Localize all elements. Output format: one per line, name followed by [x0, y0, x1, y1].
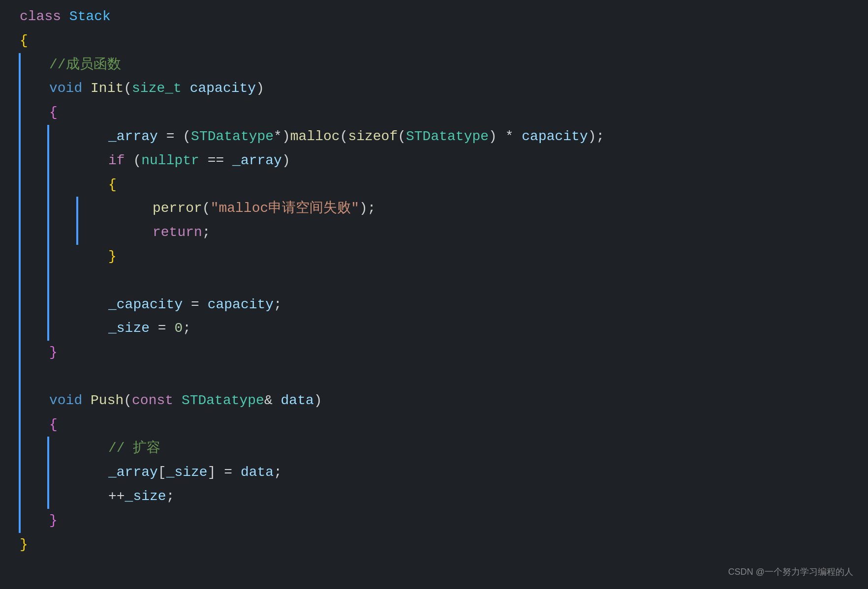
line-content-19: // 扩容 [0, 438, 160, 460]
code-line-22: } [0, 509, 868, 533]
code-line-3: //成员函数 [0, 53, 868, 77]
line-content-10: return; [0, 222, 211, 244]
line-content-5: { [0, 102, 58, 124]
line-content-20: _array[_size] = data; [0, 462, 282, 484]
line-content-8: { [0, 174, 117, 196]
code-line-13: _capacity = capacity; [0, 293, 868, 317]
code-line-4: void Init(size_t capacity) [0, 77, 868, 101]
line-content-14: _size = 0; [0, 318, 191, 340]
code-line-19: // 扩容 [0, 437, 868, 461]
line-content-13: _capacity = capacity; [0, 294, 282, 316]
code-line-17: void Push(const STDatatype& data) [0, 389, 868, 413]
code-line-7: if (nullptr == _array) [0, 149, 868, 173]
line-content-22: } [0, 510, 58, 532]
code-editor: class Stack { //成员函数 void Init(size_t ca… [0, 0, 868, 589]
code-line-16 [0, 365, 868, 389]
code-line-2: { [0, 29, 868, 53]
code-line-15: } [0, 341, 868, 365]
code-line-14: _size = 0; [0, 317, 868, 341]
line-content-3: //成员函数 [0, 54, 121, 76]
line-content-23: } [0, 534, 28, 556]
code-line-23: } [0, 533, 868, 557]
line-content-12 [0, 270, 117, 292]
line-content-6: _array = (STDatatype*)malloc(sizeof(STDa… [0, 126, 604, 148]
code-line-9: perror("malloc申请空间失败"); [0, 197, 868, 221]
line-content-15: } [0, 342, 58, 364]
line-content-2: { [0, 30, 28, 52]
code-line-6: _array = (STDatatype*)malloc(sizeof(STDa… [0, 125, 868, 149]
code-line-10: return; [0, 221, 868, 245]
code-line-11: } [0, 245, 868, 269]
code-line-8: { [0, 173, 868, 197]
line-content-17: void Push(const STDatatype& data) [0, 390, 322, 412]
watermark: CSDN @一个努力学习编程的人 [728, 565, 853, 579]
code-line-12 [0, 269, 868, 293]
code-line-21: ++_size; [0, 485, 868, 509]
line-content-16 [0, 366, 58, 388]
line-content-1: class Stack [0, 6, 111, 28]
code-line-5: { [0, 101, 868, 125]
line-content-9: perror("malloc申请空间失败"); [0, 198, 376, 220]
line-content-21: ++_size; [0, 486, 174, 508]
line-content-7: if (nullptr == _array) [0, 150, 290, 172]
code-line-1: class Stack [0, 5, 868, 29]
line-content-11: } [0, 246, 117, 268]
line-content-18: { [0, 414, 58, 436]
line-content-4: void Init(size_t capacity) [0, 78, 264, 100]
code-line-20: _array[_size] = data; [0, 461, 868, 485]
code-line-18: { [0, 413, 868, 437]
